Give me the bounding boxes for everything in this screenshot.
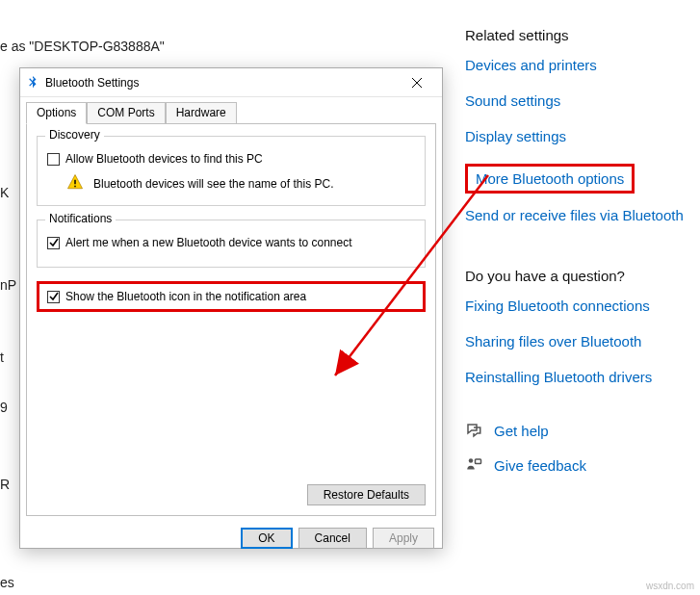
bg-frag: t [0,349,4,365]
bg-frag: R [0,477,10,492]
svg-point-0 [469,458,474,463]
settings-side-panel: Related settings Devices and printers So… [465,27,691,491]
link-fixing-bluetooth[interactable]: Fixing Bluetooth connections [465,298,691,314]
link-send-receive-files[interactable]: Send or receive files via Bluetooth [465,207,691,223]
tab-strip: Options COM Ports Hardware [26,101,442,123]
tab-com-ports[interactable]: COM Ports [87,102,165,124]
warning-icon [66,173,84,194]
link-more-bluetooth-options[interactable]: More Bluetooth options [465,164,635,194]
bg-frag: 9 [0,400,8,415]
notifications-legend: Notifications [45,212,116,225]
discovery-group: Discovery Allow Bluetooth devices to fin… [37,136,426,206]
restore-defaults-button[interactable]: Restore Defaults [307,484,426,505]
question-heading: Do you have a question? [465,268,691,284]
link-reinstalling-drivers[interactable]: Reinstalling Bluetooth drivers [465,369,691,385]
feedback-icon [465,456,482,474]
link-get-help[interactable]: Get help [494,423,549,439]
allow-discovery-label: Allow Bluetooth devices to find this PC [65,152,263,166]
tab-page-options: Discovery Allow Bluetooth devices to fin… [26,123,436,516]
show-icon-label: Show the Bluetooth icon in the notificat… [65,290,306,303]
checkbox-alert-new-device[interactable] [47,237,60,249]
svg-rect-1 [476,459,481,464]
watermark: wsxdn.com [646,581,694,591]
apply-button: Apply [373,528,434,549]
tab-options[interactable]: Options [26,102,87,124]
svg-rect-2 [74,180,76,185]
dialog-title: Bluetooth Settings [45,76,398,90]
link-sound-settings[interactable]: Sound settings [465,92,691,109]
cancel-button[interactable]: Cancel [298,528,367,549]
discovery-legend: Discovery [45,128,104,142]
chat-icon [465,422,482,439]
show-icon-row: Show the Bluetooth icon in the notificat… [37,281,426,312]
link-display-settings[interactable]: Display settings [465,128,691,144]
related-settings-heading: Related settings [465,27,691,43]
discovery-warning-text: Bluetooth devices will see the name of t… [93,177,333,191]
dialog-buttons: OK Cancel Apply [20,522,442,556]
ok-button[interactable]: OK [241,528,292,549]
bluetooth-icon [26,76,39,90]
bg-discoverable-text: e as "DESKTOP-G83888A" [0,39,165,54]
notifications-group: Notifications Alert me when a new Blueto… [37,220,426,268]
close-button[interactable] [398,69,436,96]
bg-frag: K [0,185,9,200]
tab-hardware[interactable]: Hardware [166,102,237,124]
link-give-feedback[interactable]: Give feedback [494,457,586,474]
titlebar[interactable]: Bluetooth Settings [20,68,442,97]
checkbox-show-tray-icon[interactable] [47,291,60,303]
bg-frag: es [0,575,14,590]
link-sharing-files[interactable]: Sharing files over Bluetooth [465,333,691,349]
svg-rect-3 [74,186,76,188]
bg-frag: nP [0,277,16,293]
checkbox-allow-discovery[interactable] [47,153,60,166]
link-devices-printers[interactable]: Devices and printers [465,57,691,73]
alert-label: Alert me when a new Bluetooth device wan… [65,236,352,249]
bluetooth-settings-dialog: Bluetooth Settings Options COM Ports Har… [19,67,443,549]
